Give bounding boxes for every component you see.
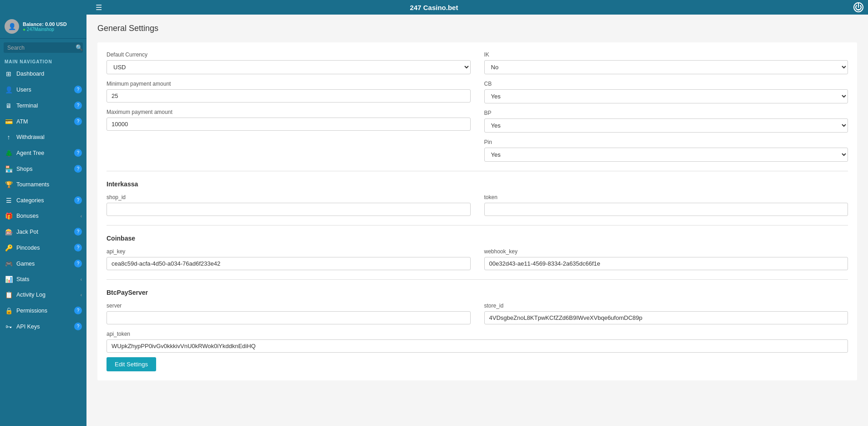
server-label: server bbox=[107, 303, 471, 309]
cb-group: CB Yes No bbox=[484, 81, 848, 103]
ik-label: IK bbox=[484, 51, 848, 58]
left-column: Default Currency USD EUR GBP Minimum pay… bbox=[107, 51, 471, 162]
search-input[interactable] bbox=[7, 45, 76, 51]
shop-id-label: shop_id bbox=[107, 194, 471, 200]
shop-id-group: shop_id bbox=[107, 194, 471, 216]
max-payment-label: Maximum payment amount bbox=[107, 109, 471, 115]
sidebar-item-terminal[interactable]: 🖥 Terminal ? bbox=[0, 98, 86, 113]
min-payment-label: Minimum payment amount bbox=[107, 81, 471, 87]
permissions-badge: ? bbox=[74, 307, 82, 314]
ik-select[interactable]: No Yes bbox=[484, 60, 848, 74]
shop-id-input[interactable] bbox=[107, 203, 471, 216]
sidebar-item-label: ATM bbox=[16, 118, 72, 125]
shops-badge: ? bbox=[74, 165, 82, 173]
section-divider-3 bbox=[107, 279, 848, 280]
power-icon[interactable]: ⏻ bbox=[853, 2, 863, 12]
sidebar-item-dashboard[interactable]: ⊞ Dashboard bbox=[0, 66, 86, 82]
top-bar-right: ⏻ bbox=[853, 2, 863, 12]
token-input[interactable] bbox=[484, 203, 848, 216]
sidebar-item-users[interactable]: 👤 Users ? bbox=[0, 82, 86, 98]
sidebar-item-label: Users bbox=[16, 87, 72, 93]
webhook-key-input[interactable] bbox=[484, 257, 848, 270]
sidebar-item-stats[interactable]: 📊 Stats ‹ bbox=[0, 272, 86, 287]
token-label: token bbox=[484, 194, 848, 200]
top-bar: ☰ 247 Casino.bet ⏻ bbox=[0, 0, 868, 15]
coinbase-title: Coinbase bbox=[107, 235, 848, 242]
atm-icon: 💳 bbox=[5, 118, 13, 125]
sidebar-item-pincodes[interactable]: 🔑 Pincodes ? bbox=[0, 240, 86, 256]
sidebar-item-label: Stats bbox=[16, 276, 79, 282]
server-input[interactable] bbox=[107, 311, 471, 324]
bp-label: BP bbox=[484, 110, 848, 116]
dashboard-icon: ⊞ bbox=[5, 70, 13, 77]
sidebar-item-activity-log[interactable]: 📋 Activity Log ‹ bbox=[0, 287, 86, 303]
hamburger-icon[interactable]: ☰ bbox=[96, 3, 102, 12]
pin-select[interactable]: Yes No bbox=[484, 148, 848, 162]
stats-chevron: ‹ bbox=[81, 277, 82, 282]
sidebar-item-jackpot[interactable]: 🎰 Jack Pot ? bbox=[0, 224, 86, 240]
max-payment-input[interactable] bbox=[107, 118, 471, 131]
min-payment-input[interactable] bbox=[107, 89, 471, 103]
bonuses-chevron: ‹ bbox=[81, 214, 82, 219]
search-button[interactable]: 🔍 bbox=[76, 44, 83, 51]
sidebar-item-label: Jack Pot bbox=[16, 229, 72, 235]
sidebar-item-tournaments[interactable]: 🏆 Tournaments bbox=[0, 177, 86, 192]
api-key-input[interactable] bbox=[107, 257, 471, 270]
users-badge: ? bbox=[74, 86, 82, 93]
api-token-input[interactable] bbox=[107, 339, 848, 353]
bp-group: BP Yes No bbox=[484, 110, 848, 133]
sidebar-item-withdrawal[interactable]: ↑ Withdrawal bbox=[0, 129, 86, 145]
pin-label: Pin bbox=[484, 139, 848, 145]
sidebar-item-bonuses[interactable]: 🎁 Bonuses ‹ bbox=[0, 208, 86, 224]
max-payment-group: Maximum payment amount bbox=[107, 109, 471, 131]
btcpayserver-title: BtcPayServer bbox=[107, 289, 848, 296]
sidebar-item-label: Categories bbox=[16, 197, 72, 204]
sidebar-item-label: Agent Tree bbox=[16, 150, 72, 156]
user-details: Balance: 0.00 USD 247Mainshop bbox=[23, 21, 67, 32]
store-id-input[interactable] bbox=[484, 311, 848, 324]
api-key-label: api_key bbox=[107, 248, 471, 255]
withdrawal-icon: ↑ bbox=[5, 133, 13, 141]
shops-icon: 🏪 bbox=[5, 165, 13, 173]
sidebar-item-label: Shops bbox=[16, 166, 72, 172]
api-keys-badge: ? bbox=[74, 323, 82, 330]
sidebar-item-agent-tree[interactable]: 🌲 Agent Tree ? bbox=[0, 145, 86, 161]
jackpot-badge: ? bbox=[74, 228, 82, 236]
cb-select[interactable]: Yes No bbox=[484, 89, 848, 103]
permissions-icon: 🔒 bbox=[5, 307, 13, 314]
api-token-group: api_token bbox=[107, 331, 848, 353]
stats-icon: 📊 bbox=[5, 276, 13, 283]
sidebar-item-categories[interactable]: ☰ Categories ? bbox=[0, 192, 86, 208]
user-balance: Balance: 0.00 USD bbox=[23, 21, 67, 27]
games-icon: 🎮 bbox=[5, 260, 13, 267]
sidebar-item-permissions[interactable]: 🔒 Permissions ? bbox=[0, 303, 86, 318]
pincodes-badge: ? bbox=[74, 244, 82, 251]
default-currency-select[interactable]: USD EUR GBP bbox=[107, 60, 471, 74]
webhook-key-group: webhook_key bbox=[484, 248, 848, 270]
sidebar-item-shops[interactable]: 🏪 Shops ? bbox=[0, 161, 86, 177]
sidebar-item-label: Pincodes bbox=[16, 245, 72, 251]
default-currency-label: Default Currency bbox=[107, 51, 471, 58]
server-group: server bbox=[107, 303, 471, 324]
store-id-group: store_id bbox=[484, 303, 848, 324]
sidebar-item-atm[interactable]: 💳 ATM ? bbox=[0, 113, 86, 129]
cb-label: CB bbox=[484, 81, 848, 87]
app-title: 247 Casino.bet bbox=[410, 4, 458, 11]
games-badge: ? bbox=[74, 260, 82, 267]
api-key-group: api_key bbox=[107, 248, 471, 270]
interkassa-grid: shop_id token bbox=[107, 194, 848, 216]
general-settings-grid: Default Currency USD EUR GBP Minimum pay… bbox=[107, 51, 848, 162]
sidebar-item-api-keys[interactable]: 🗝 API Keys ? bbox=[0, 318, 86, 334]
edit-settings-button[interactable]: Edit Settings bbox=[107, 357, 156, 371]
terminal-icon: 🖥 bbox=[5, 102, 13, 109]
token-group: token bbox=[484, 194, 848, 216]
min-payment-group: Minimum payment amount bbox=[107, 81, 471, 103]
sidebar-item-label: Games bbox=[16, 261, 72, 267]
jackpot-icon: 🎰 bbox=[5, 228, 13, 236]
tournaments-icon: 🏆 bbox=[5, 181, 13, 188]
activity-log-icon: 📋 bbox=[5, 291, 13, 298]
bp-select[interactable]: Yes No bbox=[484, 118, 848, 133]
sidebar-item-label: Bonuses bbox=[16, 213, 79, 219]
atm-badge: ? bbox=[74, 118, 82, 125]
sidebar-item-games[interactable]: 🎮 Games ? bbox=[0, 256, 86, 272]
